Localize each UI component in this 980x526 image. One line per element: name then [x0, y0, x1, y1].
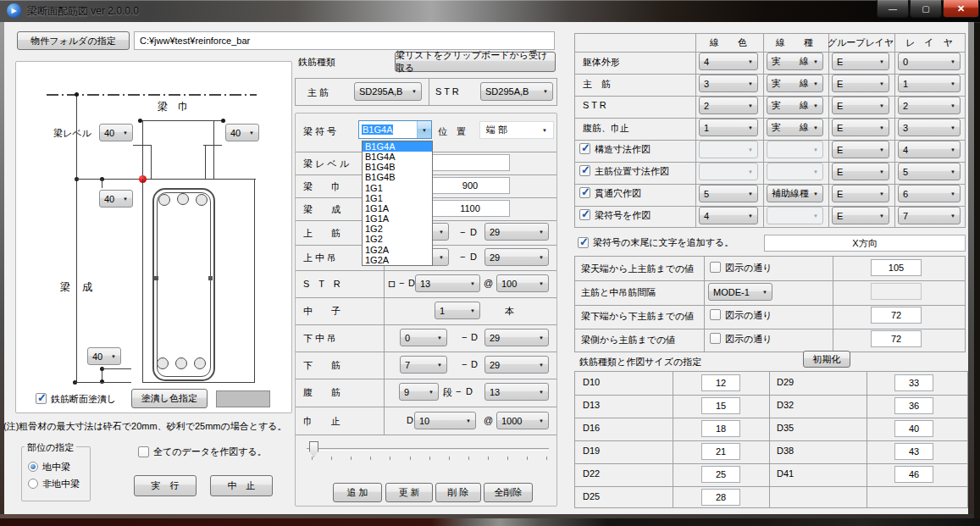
- web-bar-count-select[interactable]: 9: [399, 383, 439, 401]
- layer-group-select[interactable]: E: [832, 119, 889, 136]
- layer-color-select[interactable]: 4: [699, 207, 758, 224]
- top-mid-dia-select[interactable]: 29: [484, 248, 549, 266]
- layer-group-select[interactable]: E: [832, 163, 889, 180]
- size-input[interactable]: 21: [701, 443, 740, 460]
- dropdown-list-item[interactable]: 1G1: [363, 193, 432, 203]
- draw-mainbar-dim-checkbox[interactable]: [579, 165, 590, 176]
- clipboard-import-button[interactable]: 梁リストをクリップボードから受け取る: [395, 52, 556, 72]
- layer-num-select[interactable]: 6: [898, 185, 961, 202]
- folder-select-button[interactable]: 物件フォルダの指定: [17, 31, 130, 50]
- layer-color-select[interactable]: 2: [699, 97, 758, 114]
- layer-type-select[interactable]: 実 線: [767, 97, 823, 114]
- radio-underground-beam[interactable]: [28, 462, 38, 472]
- bot-bar-count-select[interactable]: 7: [400, 356, 447, 374]
- side-cover-value-input[interactable]: 72: [871, 330, 922, 347]
- chevron-down-icon[interactable]: [417, 121, 431, 138]
- str-dia-select[interactable]: 13: [415, 274, 480, 292]
- fill-section-checkbox[interactable]: [36, 393, 47, 404]
- title-bar[interactable]: ▶ 梁断面配筋図 ver 2.0.0.0 — ▢ ✕: [0, 0, 980, 23]
- layer-group-select[interactable]: E: [832, 141, 889, 158]
- layer-type-select[interactable]: 実 線: [767, 53, 823, 70]
- symbol-suffix-input[interactable]: X方向: [764, 235, 966, 252]
- position-select[interactable]: 端 部: [479, 121, 554, 139]
- str-pitch-select[interactable]: 100: [496, 274, 549, 292]
- dropdown-list-item[interactable]: 1G1: [363, 183, 432, 193]
- level-input[interactable]: [430, 154, 510, 171]
- layer-num-select[interactable]: 4: [898, 141, 961, 158]
- layer-color-select[interactable]: 3: [699, 75, 758, 92]
- top-bar-dia-select[interactable]: 29: [484, 223, 549, 241]
- minimize-button[interactable]: —: [877, 0, 909, 18]
- radio-non-underground-beam[interactable]: [28, 479, 38, 489]
- close-button[interactable]: ✕: [943, 0, 979, 18]
- size-input[interactable]: 40: [894, 420, 933, 437]
- layer-num-select[interactable]: 3: [898, 119, 961, 136]
- size-input[interactable]: 15: [701, 397, 740, 414]
- beam-symbol-combo[interactable]: B1G4A: [358, 120, 432, 139]
- size-input[interactable]: 33: [894, 374, 933, 391]
- zoom-slider-track[interactable]: [307, 448, 549, 451]
- layer-color-select[interactable]: 4: [699, 53, 758, 70]
- mode-select[interactable]: MODE-1: [708, 283, 772, 301]
- delete-all-button[interactable]: 全削除: [484, 483, 533, 502]
- add-button[interactable]: 追 加: [333, 483, 382, 502]
- layer-type-select[interactable]: 補助線種: [767, 185, 823, 202]
- cover-top-right-select[interactable]: 40: [225, 124, 259, 141]
- size-input[interactable]: 46: [894, 466, 933, 483]
- str-type-select[interactable]: SD295A,B: [480, 82, 553, 101]
- width-input[interactable]: 900: [430, 177, 510, 194]
- bot-mid-count-select[interactable]: 0: [400, 329, 447, 346]
- size-input[interactable]: 18: [701, 420, 740, 437]
- bot-bar-dia-select[interactable]: 29: [484, 356, 549, 374]
- cover-top-left-select[interactable]: 40: [99, 124, 133, 141]
- run-button[interactable]: 実 行: [134, 475, 197, 496]
- update-button[interactable]: 更 新: [385, 483, 433, 502]
- beam-symbol-dropdown-list[interactable]: B1G4AB1G4AB1G4BB1G4B1G11G11G1A1G1A1G21G2…: [362, 141, 433, 266]
- folder-path-input[interactable]: C:¥jww¥test¥reinforce_bar: [134, 31, 555, 50]
- init-button[interactable]: 初期化: [803, 351, 850, 368]
- layer-num-select[interactable]: 7: [898, 207, 961, 224]
- dropdown-list-item[interactable]: 1G2A: [363, 255, 432, 265]
- layer-group-select[interactable]: E: [832, 207, 889, 224]
- layer-num-select[interactable]: 5: [898, 163, 961, 180]
- layer-color-select[interactable]: 1: [699, 119, 758, 136]
- symbol-suffix-checkbox[interactable]: [578, 237, 589, 248]
- as-shown-checkbox[interactable]: [710, 262, 721, 273]
- layer-type-select[interactable]: 実 線: [767, 119, 823, 136]
- draw-all-checkbox[interactable]: [138, 446, 149, 457]
- bot-mid-dia-select[interactable]: 29: [484, 329, 549, 346]
- as-shown-checkbox[interactable]: [710, 333, 721, 344]
- dropdown-list-item[interactable]: 1G2: [363, 224, 432, 234]
- web-bar-dia-select[interactable]: 13: [484, 383, 549, 401]
- top-cover-value-input[interactable]: 105: [871, 259, 922, 276]
- layer-group-select[interactable]: E: [832, 185, 889, 202]
- size-input[interactable]: 43: [894, 443, 933, 460]
- cover-bottom-select[interactable]: 40: [87, 347, 121, 365]
- maximize-button[interactable]: ▢: [910, 0, 942, 18]
- draw-through-hole-checkbox[interactable]: [579, 187, 590, 198]
- depth-input[interactable]: 1100: [430, 200, 510, 217]
- size-input[interactable]: 36: [894, 397, 933, 414]
- tie-pitch-select[interactable]: 1000: [496, 412, 549, 429]
- delete-button[interactable]: 削 除: [435, 483, 481, 502]
- layer-num-select[interactable]: 2: [898, 97, 961, 114]
- size-input[interactable]: 12: [701, 374, 740, 391]
- dropdown-list-item[interactable]: 1G2: [363, 234, 432, 244]
- layer-num-select[interactable]: 1: [898, 75, 961, 92]
- dropdown-list-item[interactable]: B1G4A: [363, 141, 432, 152]
- layer-type-select[interactable]: 実 線: [767, 75, 823, 92]
- draw-beam-symbol-checkbox[interactable]: [579, 209, 590, 220]
- dropdown-list-item[interactable]: 1G1A: [363, 213, 432, 224]
- cover-upper-select[interactable]: 40: [99, 190, 133, 208]
- layer-group-select[interactable]: E: [832, 75, 889, 92]
- main-bar-type-select[interactable]: SD295A,B: [354, 82, 422, 101]
- fill-color-button[interactable]: 塗潰し色指定: [131, 389, 208, 408]
- nakago-count-select[interactable]: 1: [435, 302, 480, 319]
- size-input[interactable]: 25: [701, 466, 740, 483]
- bottom-cover-value-input[interactable]: 72: [871, 307, 922, 324]
- layer-group-select[interactable]: E: [832, 97, 889, 114]
- draw-structure-dim-checkbox[interactable]: [579, 143, 590, 154]
- dropdown-list-item[interactable]: B1G4B: [363, 162, 432, 172]
- dropdown-list-item[interactable]: 1G2A: [363, 245, 432, 255]
- tie-dia-select[interactable]: 10: [414, 412, 476, 429]
